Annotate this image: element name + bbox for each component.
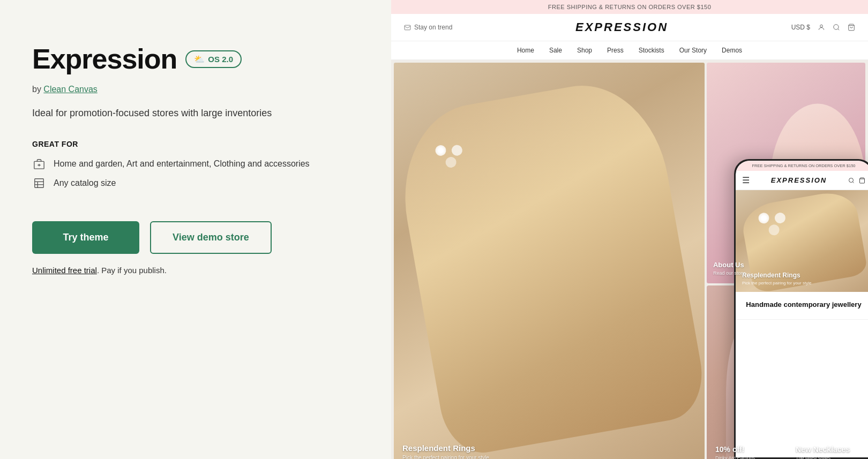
svg-point-9 <box>834 25 839 29</box>
theme-description: Ideal for promotion-focused stores with … <box>32 106 359 121</box>
promo1-subtitle: Dinky Arc Earrings <box>715 455 755 459</box>
mobile-search-icon[interactable] <box>848 177 855 184</box>
store-icon <box>32 158 46 170</box>
store-header: Stay on trend EXPRESSION USD $ <box>391 14 868 41</box>
great-for-label: GREAT FOR <box>32 140 359 148</box>
promo2-title: New Necklaces <box>796 445 850 454</box>
unlimited-trial-link[interactable]: Unlimited free trial <box>32 266 97 275</box>
promo1-title: 10% off! <box>715 445 755 454</box>
mobile-mockup: FREE SHIPPING & RETURNS ON ORDERS OVER $… <box>734 159 868 459</box>
os-badge: ⛅ OS 2.0 <box>185 50 242 68</box>
promo2-subtitle: The latest styles <box>796 455 850 459</box>
stay-on-trend: Stay on trend <box>414 24 452 31</box>
mobile-hero: Resplendent Rings Pick the perfect pairi… <box>736 190 868 292</box>
mobile-hero-title: Resplendent Rings <box>742 272 811 279</box>
mobile-text-section: Handmade contemporary jewellery <box>736 292 868 320</box>
author-link[interactable]: Clean Canvas <box>43 85 98 94</box>
feature-text-1: Home and garden, Art and entertainment, … <box>54 159 310 169</box>
mobile-hero-caption: Resplendent Rings Pick the perfect pairi… <box>742 272 811 285</box>
mobile-header: ☰ EXPRESSION <box>736 171 868 190</box>
mobile-hero-subtitle: Pick the perfect pairing for your style <box>742 281 811 285</box>
mobile-bottom-text: Handmade contemporary jewellery <box>742 300 865 308</box>
store-nav: Home Sale Shop Press Stockists Our Story… <box>391 41 868 60</box>
free-trial-text: Unlimited free trial. Pay if you publish… <box>32 266 359 275</box>
hero-title: Resplendent Rings <box>402 443 489 453</box>
author-line: by Clean Canvas <box>32 85 359 94</box>
desktop-mockup: FREE SHIPPING & RETURNS ON ORDERS OVER $… <box>391 0 868 459</box>
catalog-icon <box>32 177 46 189</box>
mobile-cart-icon[interactable] <box>859 177 865 184</box>
svg-rect-3 <box>35 179 44 188</box>
action-buttons: Try theme View demo store <box>32 221 359 254</box>
right-panel: FREE SHIPPING & RETURNS ON ORDERS OVER $… <box>391 0 868 459</box>
about-subtitle: Read our story <box>713 270 745 276</box>
os-badge-icon: ⛅ <box>194 54 205 64</box>
cart-icon[interactable] <box>848 24 855 31</box>
hero-caption: Resplendent Rings Pick the perfect pairi… <box>402 443 489 459</box>
mobile-menu-icon[interactable]: ☰ <box>742 175 750 185</box>
theme-title: Expression <box>32 43 177 75</box>
hero-image-cell: Resplendent Rings Pick the perfect pairi… <box>394 63 705 459</box>
mobile-top-bar: FREE SHIPPING & RETURNS ON ORDERS OVER $… <box>736 161 868 171</box>
svg-point-8 <box>820 25 823 27</box>
nav-press[interactable]: Press <box>607 47 624 54</box>
nav-sale[interactable]: Sale <box>549 47 562 54</box>
os-badge-label: OS 2.0 <box>208 55 233 64</box>
mobile-inner: FREE SHIPPING & RETURNS ON ORDERS OVER $… <box>736 161 868 457</box>
hand-decoration <box>394 73 705 459</box>
store-header-left: Stay on trend <box>404 24 452 31</box>
nav-our-story[interactable]: Our Story <box>679 47 707 54</box>
necklaces-caption: New Necklaces The latest styles <box>796 445 850 459</box>
hero-subtitle: Pick the perfect pairing for your style <box>402 455 489 459</box>
title-row: Expression ⛅ OS 2.0 <box>32 43 359 75</box>
jewelry-hand-visual <box>394 63 705 459</box>
store-header-right: USD $ <box>791 24 855 31</box>
about-title: About Us <box>713 261 745 269</box>
store-logo: EXPRESSION <box>575 20 668 34</box>
nav-stockists[interactable]: Stockists <box>639 47 664 54</box>
search-icon[interactable] <box>833 24 840 31</box>
store-top-bar: FREE SHIPPING & RETURNS ON ORDERS OVER $… <box>391 0 868 14</box>
mobile-logo: EXPRESSION <box>771 176 827 184</box>
view-demo-button[interactable]: View demo store <box>150 221 272 254</box>
svg-rect-7 <box>405 25 410 30</box>
currency-selector[interactable]: USD $ <box>791 24 810 31</box>
account-icon[interactable] <box>818 24 825 31</box>
feature-item-2: Any catalog size <box>32 177 359 189</box>
mobile-header-icons <box>848 177 865 184</box>
svg-point-11 <box>849 178 854 182</box>
nav-demos[interactable]: Demos <box>722 47 742 54</box>
about-caption: About Us Read our story <box>713 261 745 276</box>
earrings-caption: 10% off! Dinky Arc Earrings <box>715 445 755 459</box>
left-panel: Expression ⛅ OS 2.0 by Clean Canvas Idea… <box>0 0 391 459</box>
feature-text-2: Any catalog size <box>54 178 116 188</box>
feature-item-1: Home and garden, Art and entertainment, … <box>32 158 359 170</box>
feature-list: Home and garden, Art and entertainment, … <box>32 158 359 189</box>
nav-home[interactable]: Home <box>517 47 534 54</box>
email-icon <box>404 24 411 31</box>
nav-shop[interactable]: Shop <box>577 47 592 54</box>
try-theme-button[interactable]: Try theme <box>32 221 139 254</box>
